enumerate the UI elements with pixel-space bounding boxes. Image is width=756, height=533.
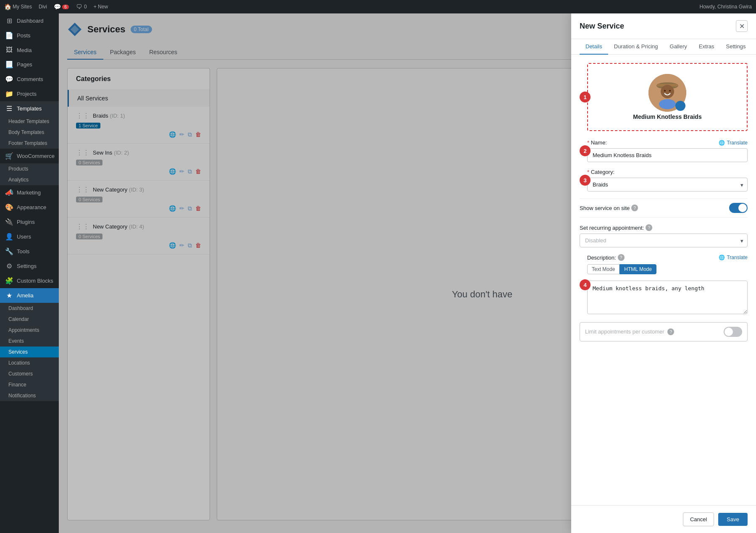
show-on-site-toggle[interactable] <box>729 203 748 213</box>
sidebar-item-a-dashboard[interactable]: Dashboard <box>0 303 59 314</box>
sidebar-item-media[interactable]: 🖼 Media <box>0 43 59 57</box>
limit-toggle[interactable] <box>724 327 742 337</box>
image-upload-section: 1 <box>587 63 748 131</box>
modal-close-button[interactable]: ✕ <box>736 20 748 32</box>
appearance-icon: 🎨 <box>5 203 13 211</box>
modal-tab-duration-pricing[interactable]: Duration & Pricing <box>608 39 664 55</box>
category-field-group: * Category: Braids <box>587 169 748 192</box>
plugins-icon: 🔌 <box>5 218 13 226</box>
desc-translate-link[interactable]: 🌐 Translate <box>719 255 748 260</box>
show-on-site-row: Show service on site ? <box>580 198 748 218</box>
description-textarea[interactable]: Medium knotless braids, any length <box>587 281 748 314</box>
sidebar-item-pages[interactable]: 📃 Pages <box>0 57 59 72</box>
cancel-button[interactable]: Cancel <box>683 512 714 526</box>
show-on-site-help-icon[interactable]: ? <box>631 205 638 211</box>
modal-header: New Service ✕ <box>571 13 756 39</box>
sidebar-item-a-calendar[interactable]: Calendar <box>0 314 59 325</box>
my-sites-link[interactable]: 🏠 My Sites <box>4 3 32 10</box>
upload-label: Medium Knotless Braids <box>633 113 701 120</box>
save-button[interactable]: Save <box>718 513 748 526</box>
woocommerce-icon: 🛒 <box>5 152 13 160</box>
recurring-help-icon[interactable]: ? <box>646 224 652 231</box>
category-select[interactable]: Braids <box>587 178 748 192</box>
sidebar-item-body-templates[interactable]: Body Templates <box>0 127 59 138</box>
sidebar-item-woocommerce[interactable]: 🛒 WooCommerce <box>0 149 59 163</box>
description-mode-toggle: Text Mode HTML Mode <box>587 264 748 274</box>
svg-point-8 <box>669 90 671 92</box>
modal-tab-extras[interactable]: Extras <box>693 39 720 55</box>
comments-count[interactable]: 💬 6 <box>54 3 69 10</box>
new-item-link[interactable]: + New <box>94 4 108 10</box>
image-upload-area[interactable]: Medium Knotless Braids <box>587 63 748 131</box>
description-section: 4 Description: ? 🌐 Translate <box>587 254 748 315</box>
pages-icon: 📃 <box>5 60 13 68</box>
marketing-icon: 📣 <box>5 189 13 197</box>
sidebar-item-templates[interactable]: ☰ Templates <box>0 101 59 116</box>
sidebar-item-settings[interactable]: ⚙ Settings <box>0 259 59 273</box>
sidebar-item-footer-templates[interactable]: Footer Templates <box>0 138 59 149</box>
tools-icon: 🔧 <box>5 247 13 255</box>
sidebar-item-products[interactable]: Products <box>0 163 59 174</box>
modal-title: New Service <box>580 22 624 31</box>
users-icon: 👤 <box>5 233 13 241</box>
step-1-badge: 1 <box>580 92 591 102</box>
sidebar-item-a-services[interactable]: Services <box>0 347 59 357</box>
sidebar-item-posts[interactable]: 📄 Posts <box>0 28 59 43</box>
sidebar-item-analytics[interactable]: Analytics <box>0 174 59 185</box>
sidebar-item-users[interactable]: 👤 Users <box>0 229 59 244</box>
description-field-group: Description: ? 🌐 Translate Text Mode HTM… <box>587 254 748 315</box>
amelia-icon: ★ <box>5 291 13 299</box>
sidebar-item-a-customers[interactable]: Customers <box>0 368 59 379</box>
home-icon: 🏠 <box>4 3 11 10</box>
sidebar-item-comments[interactable]: 💬 Comments <box>0 72 59 87</box>
step-3-badge: 3 <box>580 175 591 186</box>
desc-globe-icon: 🌐 <box>719 255 725 260</box>
modal-tabs: Details Duration & Pricing Gallery Extra… <box>571 39 756 55</box>
name-input[interactable] <box>587 148 748 162</box>
new-service-modal: New Service ✕ Details Duration & Pricing… <box>571 13 756 533</box>
name-label: * Name: <box>587 139 607 146</box>
recurring-select-wrapper: Disabled <box>580 234 748 247</box>
step-2-badge: 2 <box>580 145 591 156</box>
sidebar-item-a-locations[interactable]: Locations <box>0 357 59 368</box>
sidebar-item-custom-blocks[interactable]: 🧩 Custom Blocks <box>0 273 59 288</box>
limit-help-icon[interactable]: ? <box>667 328 674 335</box>
category-field-section: 3 * Category: Braids <box>587 169 748 192</box>
sidebar-item-marketing[interactable]: 📣 Marketing <box>0 185 59 200</box>
sidebar-item-tools[interactable]: 🔧 Tools <box>0 244 59 259</box>
sidebar-item-amelia[interactable]: ★ Amelia <box>0 288 59 303</box>
desc-help-icon[interactable]: ? <box>618 254 625 261</box>
templates-icon: ☰ <box>5 105 13 113</box>
sidebar-item-header-templates[interactable]: Header Templates <box>0 116 59 127</box>
dashboard-icon: ⊞ <box>5 17 13 25</box>
sidebar-item-plugins[interactable]: 🔌 Plugins <box>0 215 59 229</box>
recurring-select[interactable]: Disabled <box>580 234 748 247</box>
modal-tab-settings[interactable]: Settings <box>720 39 752 55</box>
divi-link[interactable]: Divi <box>39 4 47 10</box>
sidebar-item-projects[interactable]: 📁 Projects <box>0 87 59 101</box>
sidebar-item-a-notifications[interactable]: Notifications <box>0 390 59 401</box>
html-mode-button[interactable]: HTML Mode <box>620 264 656 274</box>
sidebar-item-a-events[interactable]: Events <box>0 336 59 347</box>
bubble-icon: 🗨 <box>76 3 82 10</box>
modal-tab-details[interactable]: Details <box>580 39 608 55</box>
admin-bar: 🏠 My Sites Divi 💬 6 🗨 0 + New Howdy, Chr… <box>0 0 756 13</box>
comments-bubble[interactable]: 🗨 0 <box>76 3 87 10</box>
settings-icon: ⚙ <box>5 262 13 270</box>
text-mode-button[interactable]: Text Mode <box>587 264 620 274</box>
sidebar-item-a-finance[interactable]: Finance <box>0 379 59 390</box>
desc-label: Description: ? <box>587 254 625 261</box>
media-icon: 🖼 <box>5 46 13 54</box>
svg-point-5 <box>661 85 674 98</box>
avatar-edit-dot[interactable] <box>675 101 685 111</box>
limit-placeholder: Limit appointments per customer ? <box>585 328 719 336</box>
sidebar-item-appearance[interactable]: 🎨 Appearance <box>0 200 59 215</box>
modal-tab-gallery[interactable]: Gallery <box>664 39 693 55</box>
sidebar-item-dashboard[interactable]: ⊞ Dashboard <box>0 13 59 28</box>
show-on-site-label: Show service on site ? <box>580 205 638 211</box>
svg-point-6 <box>659 99 676 109</box>
recurring-label: Set recurring appointment: ? <box>580 224 748 231</box>
name-translate-link[interactable]: 🌐 Translate <box>719 140 748 146</box>
sidebar-item-a-appointments[interactable]: Appointments <box>0 325 59 336</box>
posts-icon: 📄 <box>5 32 13 39</box>
